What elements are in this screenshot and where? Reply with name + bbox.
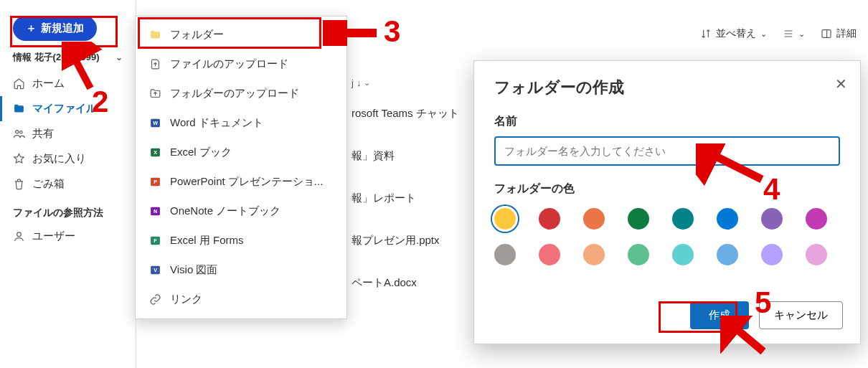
sidebar-item-label: ごみ箱 [32,177,65,191]
chevron-down-icon: ⌄ [364,78,370,88]
svg-text:P: P [154,179,157,185]
excel-icon: X [148,146,161,159]
menu-item-powerpoint[interactable]: P PowerPoint プレゼンテーショ... [136,167,346,197]
color-swatch[interactable] [717,208,738,230]
menu-item-upload-file[interactable]: ファイルのアップロード [136,49,346,79]
color-swatch[interactable] [583,208,605,230]
menu-item-label: Word ドキュメント [170,116,263,130]
upload-folder-icon [148,88,161,100]
color-swatch[interactable] [628,208,649,230]
list-item[interactable]: rosoft Teams チャット [352,93,459,135]
sort-label: 並べ替え [716,27,756,40]
menu-item-upload-folder[interactable]: フォルダーのアップロード [136,79,346,108]
svg-text:F: F [154,238,157,244]
plus-icon: ＋ [26,22,37,35]
column-header[interactable]: j [352,77,354,88]
svg-point-2 [17,232,22,237]
svg-text:N: N [153,209,156,214]
svg-text:W: W [153,121,158,126]
menu-item-excel[interactable]: X Excel ブック [136,138,346,167]
word-icon: W [148,117,161,129]
list-item[interactable]: 報」レポート [352,177,459,220]
svg-text:X: X [154,150,157,156]
sidebar-item-label: ホーム [32,77,65,90]
chevron-down-icon: ⌄ [760,29,767,39]
menu-item-label: Visio 図面 [170,263,217,277]
color-swatch[interactable] [628,244,649,265]
folder-icon [13,103,25,115]
menu-item-visio[interactable]: V Visio 図面 [136,255,346,285]
sidebar-item-shared[interactable]: 共有 [0,121,136,146]
list-icon [783,28,794,39]
sidebar-item-label: お気に入り [32,152,86,166]
create-menu: フォルダー ファイルのアップロード フォルダーのアップロード W Word ドキ… [135,16,347,319]
sidebar-item-trash[interactable]: ごみ箱 [0,171,136,197]
sidebar-item-myfiles[interactable]: マイファイル [0,96,136,121]
color-swatch[interactable] [494,208,516,230]
sidebar-item-user[interactable]: ユーザー [0,224,136,249]
folder-fill-icon [148,29,161,41]
powerpoint-icon: P [148,176,161,188]
arrow-icon [62,42,105,92]
list-item[interactable]: 報プレゼン用.pptx [352,220,459,262]
create-folder-dialog: フォルダーの作成 ✕ 名前 フォルダーの色 作成 キャンセル [473,60,861,344]
cancel-button[interactable]: キャンセル [759,301,843,329]
arrow-down-icon: ↓ [357,77,362,88]
new-button-label: 新規追加 [41,22,84,35]
color-swatch[interactable] [761,208,783,230]
color-swatch[interactable] [672,244,694,265]
trash-icon [13,178,25,190]
color-swatch[interactable] [583,244,605,265]
menu-item-label: フォルダーのアップロード [170,87,299,100]
link-icon [148,293,161,306]
dialog-title: フォルダーの作成 [494,77,840,98]
sidebar-item-favorites[interactable]: お気に入り [0,146,136,171]
color-row [494,208,839,265]
color-swatch[interactable] [806,208,827,230]
sort-button[interactable]: 並べ替え ⌄ [700,27,767,40]
color-swatch[interactable] [672,208,694,230]
view-options-button[interactable]: ⌄ [783,28,805,39]
menu-item-label: OneNote ノートブック [170,204,280,218]
arrow-icon [720,316,770,359]
forms-icon: F [148,235,161,247]
list-item[interactable]: 報」資料 [352,135,459,177]
svg-line-19 [727,321,763,352]
menu-item-onenote[interactable]: N OneNote ノートブック [136,197,346,226]
close-icon[interactable]: ✕ [835,75,847,93]
menu-item-forms[interactable]: F Excel 用 Forms [136,226,346,255]
people-icon [13,128,25,140]
color-swatch[interactable] [717,244,738,265]
menu-item-label: Excel ブック [170,146,232,159]
star-icon [13,153,25,165]
list-item[interactable]: ペートA.docx [352,262,459,304]
menu-item-label: ファイルのアップロード [170,57,288,71]
color-swatch[interactable] [494,244,516,265]
menu-item-folder[interactable]: フォルダー [136,18,346,49]
svg-point-0 [16,131,19,133]
visio-icon: V [148,264,161,276]
color-swatch[interactable] [539,244,560,265]
chevron-down-icon: ⌄ [798,29,805,39]
menu-item-word[interactable]: W Word ドキュメント [136,108,346,138]
color-swatch[interactable] [539,208,560,230]
sidebar-item-label: 共有 [32,127,54,141]
menu-item-link[interactable]: リンク [136,285,346,314]
sort-icon [700,28,712,39]
svg-line-18 [704,151,762,179]
menu-item-label: フォルダー [170,28,224,42]
svg-text:V: V [154,268,157,273]
color-swatch[interactable] [806,244,827,265]
sidebar-item-label: マイファイル [32,102,97,115]
onenote-icon: N [148,205,161,217]
menu-item-label: Excel 用 Forms [170,234,244,247]
new-button[interactable]: ＋ 新規追加 [13,16,97,41]
color-swatch[interactable] [761,244,783,265]
details-button[interactable]: 詳細 [821,27,857,40]
svg-rect-3 [822,30,831,38]
toolbar: 並べ替え ⌄ ⌄ 詳細 [700,27,857,40]
person-icon [13,230,25,242]
folder-name-input[interactable] [494,136,840,166]
annotation-number: 3 [384,14,400,49]
arrow-icon [696,143,768,187]
